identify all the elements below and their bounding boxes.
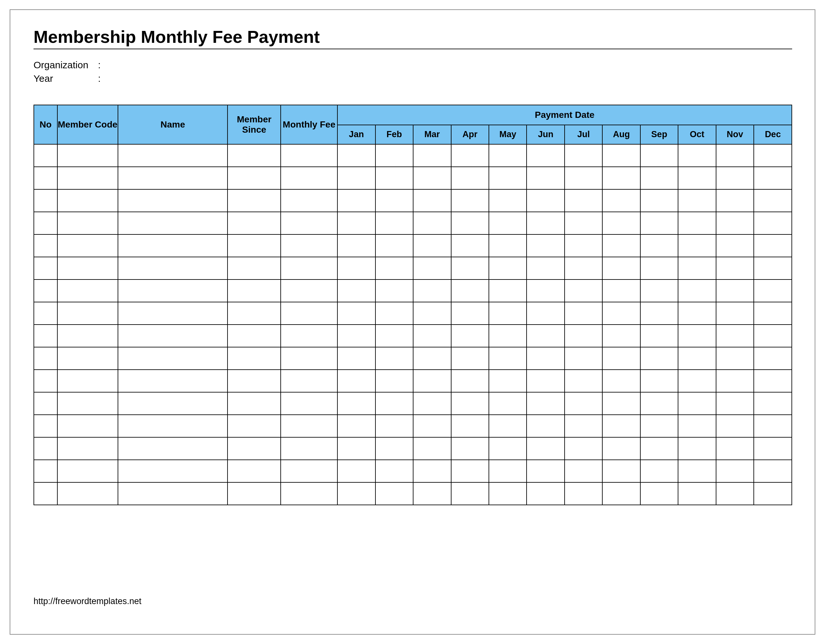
table-cell[interactable] [602, 279, 640, 302]
table-cell[interactable] [602, 392, 640, 415]
table-cell[interactable] [716, 144, 754, 167]
table-cell[interactable] [375, 190, 413, 212]
table-cell[interactable] [227, 167, 280, 190]
table-cell[interactable] [640, 144, 678, 167]
table-cell[interactable] [337, 482, 375, 505]
table-cell[interactable] [375, 212, 413, 234]
table-cell[interactable] [118, 325, 228, 347]
table-cell[interactable] [337, 302, 375, 325]
table-cell[interactable] [227, 257, 280, 279]
table-cell[interactable] [565, 190, 602, 212]
table-cell[interactable] [640, 257, 678, 279]
table-cell[interactable] [602, 190, 640, 212]
table-cell[interactable] [413, 234, 451, 257]
table-cell[interactable] [34, 212, 57, 234]
table-cell[interactable] [337, 392, 375, 415]
table-cell[interactable] [118, 437, 228, 460]
table-cell[interactable] [375, 167, 413, 190]
table-cell[interactable] [565, 437, 602, 460]
table-cell[interactable] [602, 347, 640, 370]
table-cell[interactable] [602, 212, 640, 234]
table-cell[interactable] [640, 437, 678, 460]
table-cell[interactable] [565, 325, 602, 347]
table-cell[interactable] [413, 190, 451, 212]
table-cell[interactable] [375, 325, 413, 347]
table-cell[interactable] [565, 347, 602, 370]
table-cell[interactable] [451, 392, 489, 415]
table-cell[interactable] [281, 392, 337, 415]
table-cell[interactable] [678, 482, 716, 505]
table-cell[interactable] [489, 437, 527, 460]
table-cell[interactable] [489, 190, 527, 212]
table-cell[interactable] [34, 302, 57, 325]
table-cell[interactable] [716, 234, 754, 257]
table-cell[interactable] [34, 190, 57, 212]
table-cell[interactable] [118, 234, 228, 257]
table-cell[interactable] [527, 325, 564, 347]
table-cell[interactable] [754, 415, 792, 437]
table-cell[interactable] [375, 234, 413, 257]
table-cell[interactable] [565, 302, 602, 325]
table-cell[interactable] [281, 325, 337, 347]
table-cell[interactable] [451, 234, 489, 257]
table-cell[interactable] [227, 325, 280, 347]
table-cell[interactable] [337, 415, 375, 437]
table-cell[interactable] [337, 144, 375, 167]
table-cell[interactable] [640, 279, 678, 302]
table-cell[interactable] [527, 392, 564, 415]
table-cell[interactable] [375, 144, 413, 167]
table-cell[interactable] [451, 257, 489, 279]
table-cell[interactable] [413, 257, 451, 279]
table-cell[interactable] [602, 415, 640, 437]
table-cell[interactable] [337, 325, 375, 347]
table-cell[interactable] [57, 347, 118, 370]
table-cell[interactable] [337, 279, 375, 302]
table-cell[interactable] [754, 325, 792, 347]
table-cell[interactable] [375, 302, 413, 325]
table-cell[interactable] [489, 279, 527, 302]
table-cell[interactable] [678, 144, 716, 167]
table-cell[interactable] [375, 482, 413, 505]
table-cell[interactable] [34, 437, 57, 460]
table-cell[interactable] [337, 212, 375, 234]
table-cell[interactable] [678, 302, 716, 325]
table-cell[interactable] [34, 347, 57, 370]
table-cell[interactable] [716, 190, 754, 212]
table-cell[interactable] [281, 460, 337, 482]
table-cell[interactable] [716, 167, 754, 190]
table-cell[interactable] [57, 234, 118, 257]
table-cell[interactable] [527, 370, 564, 392]
table-cell[interactable] [640, 212, 678, 234]
table-cell[interactable] [34, 279, 57, 302]
table-cell[interactable] [678, 460, 716, 482]
table-cell[interactable] [413, 212, 451, 234]
table-cell[interactable] [754, 460, 792, 482]
table-cell[interactable] [57, 144, 118, 167]
table-cell[interactable] [413, 144, 451, 167]
table-cell[interactable] [678, 437, 716, 460]
table-cell[interactable] [754, 212, 792, 234]
table-cell[interactable] [640, 415, 678, 437]
table-cell[interactable] [281, 415, 337, 437]
table-cell[interactable] [281, 190, 337, 212]
table-cell[interactable] [118, 257, 228, 279]
table-cell[interactable] [337, 460, 375, 482]
table-cell[interactable] [413, 279, 451, 302]
table-cell[interactable] [565, 234, 602, 257]
table-cell[interactable] [227, 482, 280, 505]
table-cell[interactable] [489, 347, 527, 370]
table-cell[interactable] [413, 370, 451, 392]
table-cell[interactable] [565, 279, 602, 302]
table-cell[interactable] [602, 437, 640, 460]
table-cell[interactable] [281, 437, 337, 460]
table-cell[interactable] [34, 415, 57, 437]
table-cell[interactable] [227, 234, 280, 257]
table-cell[interactable] [678, 190, 716, 212]
table-cell[interactable] [565, 167, 602, 190]
table-cell[interactable] [640, 167, 678, 190]
table-cell[interactable] [451, 347, 489, 370]
table-cell[interactable] [57, 257, 118, 279]
table-cell[interactable] [413, 460, 451, 482]
table-cell[interactable] [716, 437, 754, 460]
table-cell[interactable] [34, 460, 57, 482]
